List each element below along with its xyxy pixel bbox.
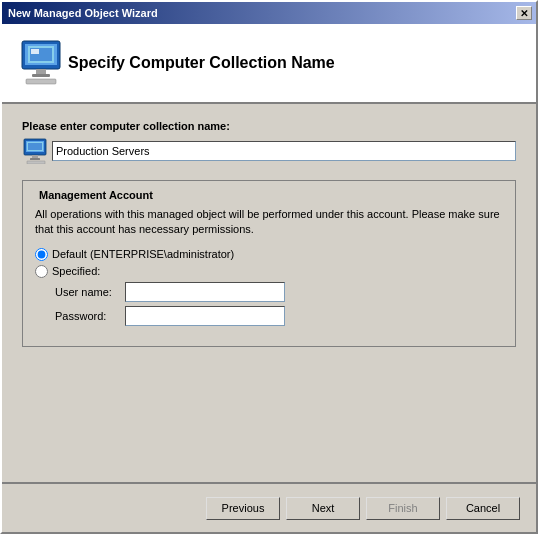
password-label: Password:	[55, 310, 125, 322]
footer-area: Previous Next Finish Cancel	[2, 482, 536, 532]
password-row: Password:	[55, 306, 503, 326]
title-bar: New Managed Object Wizard ✕	[2, 2, 536, 24]
svg-rect-7	[26, 79, 56, 84]
computer-icon-large	[18, 38, 68, 88]
wizard-window: New Managed Object Wizard ✕ Specify Comp	[0, 0, 538, 534]
username-label: User name:	[55, 286, 125, 298]
close-button[interactable]: ✕	[516, 6, 532, 20]
content-area: Specify Computer Collection Name Please …	[2, 24, 536, 532]
main-section: Please enter computer collection name: M…	[2, 104, 536, 482]
specified-radio-row: Specified:	[35, 265, 503, 278]
specified-radio[interactable]	[35, 265, 48, 278]
window-title: New Managed Object Wizard	[6, 7, 158, 19]
svg-rect-11	[28, 143, 42, 150]
default-radio-row: Default (ENTERPRISE\administrator)	[35, 248, 503, 261]
default-radio[interactable]	[35, 248, 48, 261]
default-radio-label: Default (ENTERPRISE\administrator)	[52, 248, 234, 260]
username-input[interactable]	[125, 282, 285, 302]
computer-icon-small	[22, 138, 52, 164]
next-button[interactable]: Next	[286, 497, 360, 520]
header-section: Specify Computer Collection Name	[2, 24, 536, 104]
collection-input-row	[22, 138, 516, 164]
collection-label: Please enter computer collection name:	[22, 120, 516, 132]
svg-rect-13	[30, 158, 40, 160]
header-title: Specify Computer Collection Name	[68, 54, 335, 72]
password-input[interactable]	[125, 306, 285, 326]
svg-rect-6	[32, 74, 50, 77]
svg-rect-4	[31, 49, 39, 54]
finish-button[interactable]: Finish	[366, 497, 440, 520]
specified-radio-label: Specified:	[52, 265, 100, 277]
management-account-title: Management Account	[35, 189, 157, 201]
previous-button[interactable]: Previous	[206, 497, 280, 520]
management-description: All operations with this managed object …	[35, 207, 503, 238]
management-account-group: Management Account All operations with t…	[22, 180, 516, 347]
username-row: User name:	[55, 282, 503, 302]
cancel-button[interactable]: Cancel	[446, 497, 520, 520]
svg-rect-12	[32, 155, 38, 158]
svg-rect-5	[36, 69, 46, 74]
collection-name-input[interactable]	[52, 141, 516, 161]
svg-rect-14	[27, 161, 45, 164]
